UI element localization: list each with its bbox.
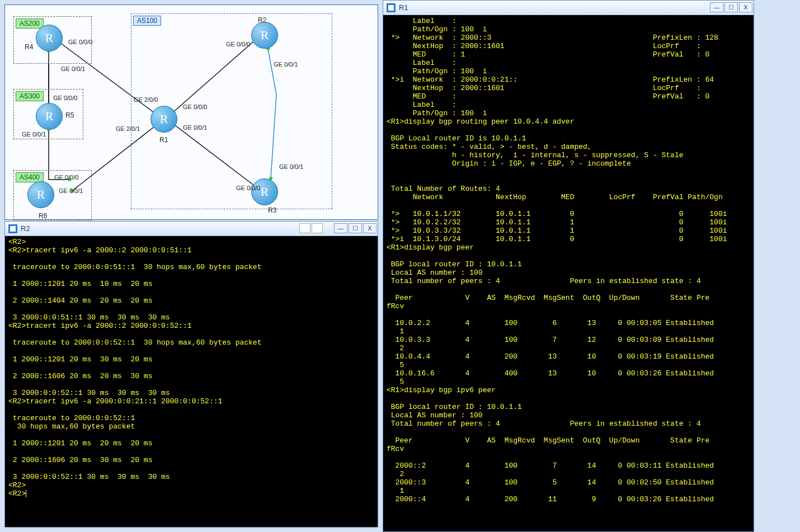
topology-panel: AS200AS300AS400AS100 RR4RR5RR6RR1RR2RR3 … <box>4 4 378 220</box>
interface-label: GE 0/0/0 <box>54 174 78 181</box>
router-r4[interactable]: R <box>36 25 63 51</box>
app-icon <box>387 3 396 12</box>
interface-label: GE 0/0/0 <box>226 41 250 48</box>
r1-titlebar[interactable]: R1 — ☐ X <box>383 1 754 15</box>
app-icon <box>8 224 17 233</box>
minimize-button[interactable]: — <box>334 223 347 233</box>
r2-window: R2 — ☐ X <R2> <R2>tracert ipv6 -a 2000::… <box>4 221 378 528</box>
router-r6[interactable]: R <box>27 181 54 208</box>
maximize-button[interactable]: ☐ <box>724 2 738 12</box>
r1-terminal[interactable]: Label : Path/Ogn : 100 i *> Network : 20… <box>383 15 754 531</box>
topology-canvas[interactable]: AS200AS300AS400AS100 RR4RR5RR6RR1RR2RR3 … <box>5 5 378 219</box>
router-label: R1 <box>159 136 168 144</box>
interface-label: GE 0/0/1 <box>22 131 46 138</box>
interface-label: GE 0/0/1 <box>183 124 207 131</box>
router-r3[interactable]: R <box>251 178 278 205</box>
interface-label: GE 0/0/1 <box>59 187 83 194</box>
router-label: R4 <box>25 43 33 51</box>
interface-label: GE 0/0/1 <box>61 65 85 72</box>
r1-title: R1 <box>399 3 408 12</box>
r2-titlebar[interactable]: R2 — ☐ X <box>5 222 378 236</box>
r2-terminal[interactable]: <R2> <R2>tracert ipv6 -a 2000::2 2000:0:… <box>5 236 378 527</box>
router-r5[interactable]: R <box>36 103 63 130</box>
interface-label: GE 0/0/0 <box>68 39 92 45</box>
r2-title: R2 <box>21 224 30 233</box>
maximize-button[interactable]: ☐ <box>349 223 362 233</box>
as-label: AS300 <box>16 91 44 101</box>
interface-label: GE 0/0/1 <box>274 61 298 68</box>
interface-label: GE 0/0/0 <box>183 103 207 110</box>
extra-button[interactable] <box>312 223 323 233</box>
close-button[interactable]: X <box>363 223 377 233</box>
router-r2[interactable]: R <box>251 22 278 49</box>
extra-button[interactable] <box>299 223 310 233</box>
r1-window: R1 — ☐ X Label : Path/Ogn : 100 i *> Net… <box>383 0 754 532</box>
window-controls: — ☐ X <box>710 2 752 12</box>
interface-label: GE 2/0/0 <box>134 96 158 103</box>
minimize-button[interactable]: — <box>710 2 723 12</box>
router-label: R5 <box>65 111 74 119</box>
as-label: AS200 <box>16 18 44 29</box>
interface-label: GE 0/0/0 <box>53 95 77 101</box>
extra-buttons <box>299 223 323 233</box>
close-button[interactable]: X <box>739 2 752 12</box>
interface-label: GE 2/0/1 <box>116 125 140 132</box>
interface-label: GE 0/0/1 <box>279 163 303 170</box>
router-label: R6 <box>39 212 47 220</box>
router-label: R2 <box>258 16 266 24</box>
router-label: R3 <box>268 206 276 214</box>
as-label: AS100 <box>133 16 161 26</box>
window-controls: — ☐ X <box>334 223 377 233</box>
router-r1[interactable]: R <box>150 106 177 133</box>
interface-label: GE 0/0/0 <box>236 185 260 191</box>
